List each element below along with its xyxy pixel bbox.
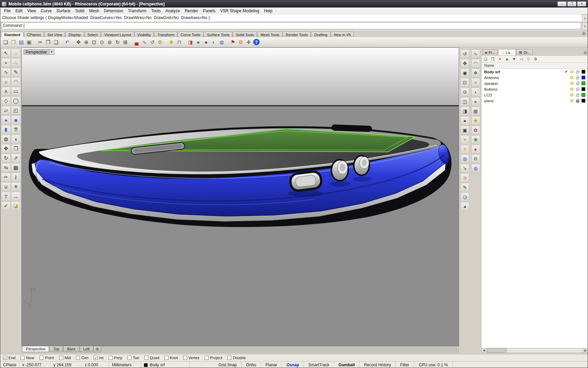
- lasso-select-icon[interactable]: ◌: [11, 49, 20, 58]
- osnap-option[interactable]: Project: [205, 356, 222, 360]
- render-preview-icon[interactable]: ●: [194, 38, 202, 46]
- extrude-icon[interactable]: ⇈: [11, 125, 20, 134]
- osnap-option[interactable]: End: [3, 356, 15, 360]
- toolbar-tab[interactable]: Select: [84, 32, 101, 37]
- osnap-option[interactable]: Cen: [76, 356, 88, 360]
- camera-icon[interactable]: ▣: [460, 126, 469, 135]
- osnap-option[interactable]: Mid: [59, 356, 71, 360]
- layer-visibility-toggle[interactable]: [569, 82, 575, 85]
- vsr-match-icon[interactable]: ≈: [471, 78, 480, 87]
- point-icon[interactable]: •: [1, 58, 11, 67]
- menu-item[interactable]: Transform: [126, 8, 149, 14]
- menu-item[interactable]: File: [2, 8, 13, 14]
- panel-options-gear-icon[interactable]: ⚙: [583, 50, 587, 55]
- pan-hand-icon[interactable]: ✥: [75, 38, 82, 46]
- view-zoom-extents-icon[interactable]: ⊙: [460, 88, 469, 96]
- menu-item[interactable]: Mesh: [87, 8, 101, 14]
- toolbar-tab[interactable]: Curve Tools: [178, 32, 203, 37]
- vsr-fillet-icon[interactable]: ◗: [471, 88, 480, 96]
- viewport-tab[interactable]: Top: [49, 346, 63, 352]
- viewport-tab[interactable]: Perspective: [22, 346, 49, 352]
- toolbar-tab[interactable]: Display: [65, 32, 84, 37]
- trim-icon[interactable]: ✂: [1, 173, 11, 182]
- settings-gears-icon[interactable]: ⚙: [237, 38, 245, 46]
- polygon-icon[interactable]: ◇: [1, 96, 11, 105]
- view-zoom-icon[interactable]: ◉: [460, 68, 469, 77]
- vsr-blend-icon[interactable]: ◠: [471, 59, 480, 68]
- zoom-extents-icon[interactable]: ⊙: [98, 38, 106, 46]
- cplane-axes-icon[interactable]: ✛: [245, 38, 252, 46]
- status-toggle[interactable]: Ortho: [242, 362, 261, 368]
- menu-item[interactable]: Tools: [149, 8, 163, 14]
- rectangle-icon[interactable]: ▭: [11, 87, 20, 96]
- car-icon[interactable]: ▄: [133, 38, 141, 46]
- osnap-option[interactable]: Perp: [109, 356, 122, 360]
- command-input[interactable]: Command:: [1, 22, 581, 29]
- sun-icon[interactable]: ☀: [460, 145, 469, 154]
- restore-button[interactable]: ❐: [567, 1, 576, 6]
- active-layer-pane[interactable]: Body srf: [141, 362, 190, 368]
- layer-lock-toggle[interactable]: [575, 87, 581, 91]
- eye-icon[interactable]: ◕: [460, 202, 469, 211]
- scale-icon[interactable]: ⇗: [11, 154, 20, 163]
- layer-visibility-toggle[interactable]: [569, 99, 575, 102]
- zoom-dynamic-icon[interactable]: ⊕: [82, 38, 90, 46]
- circle-icon[interactable]: ○: [1, 77, 11, 86]
- layer-lock-toggle[interactable]: [575, 81, 581, 85]
- box-icon[interactable]: ■: [11, 116, 20, 124]
- checkbox[interactable]: [3, 356, 7, 360]
- grid-table-icon[interactable]: ⊞: [121, 38, 129, 46]
- status-toggle[interactable]: SmartTrack: [304, 362, 334, 368]
- osnap-option[interactable]: Knot: [164, 356, 178, 360]
- side-button-round-2[interactable]: [353, 155, 370, 176]
- osnap-option[interactable]: Quad: [144, 356, 159, 360]
- checkbox[interactable]: [94, 356, 98, 360]
- undo-icon[interactable]: ↶: [63, 38, 71, 46]
- text-icon[interactable]: T: [1, 192, 11, 201]
- new-layer-icon[interactable]: ❏: [483, 56, 489, 62]
- menu-item[interactable]: Help: [262, 8, 275, 14]
- menu-item[interactable]: VSR Shape Modeling: [218, 8, 262, 14]
- checkbox[interactable]: [109, 356, 113, 360]
- menu-item[interactable]: View: [25, 8, 38, 14]
- layer-color-cell[interactable]: [581, 87, 586, 91]
- show-edges-icon[interactable]: ∿: [141, 38, 148, 46]
- toolbar-tab[interactable]: New in V5: [331, 32, 354, 37]
- view-zoom-window-icon[interactable]: ⊡: [460, 78, 469, 87]
- layer-color-cell[interactable]: [581, 99, 586, 103]
- protractor-icon[interactable]: ◶: [460, 193, 469, 201]
- toolbar-tab[interactable]: Standard: [1, 32, 23, 37]
- checkbox[interactable]: [227, 356, 231, 360]
- display-mode-icon[interactable]: ◨: [460, 107, 469, 116]
- toolbar-tab[interactable]: Set View: [44, 32, 65, 37]
- toolbar-tab[interactable]: CPlanes: [24, 32, 44, 37]
- toolbar-tab[interactable]: Drafting: [311, 32, 330, 37]
- new-viewport-tab-icon[interactable]: ⊞: [94, 346, 101, 352]
- vsr-gear-icon[interactable]: ⚙: [471, 154, 480, 163]
- vsr-curve-icon[interactable]: ∿: [471, 49, 480, 58]
- paste-icon[interactable]: ❑: [52, 38, 60, 46]
- layer-visibility-toggle[interactable]: [569, 88, 575, 91]
- checkbox[interactable]: [127, 356, 131, 360]
- osnap-option[interactable]: Disable: [227, 356, 246, 360]
- status-toggle[interactable]: Planar: [261, 362, 282, 368]
- toolbar-options-gear-icon[interactable]: ⚙: [582, 31, 586, 36]
- rotate-cplane-icon[interactable]: ↺: [148, 38, 156, 46]
- vsr-flower-icon[interactable]: ✿: [471, 126, 480, 135]
- curve-icon[interactable]: ∿: [1, 68, 11, 77]
- toolbar-tab[interactable]: Surface Tools: [204, 32, 232, 37]
- scroll-left-button[interactable]: ◀: [481, 348, 487, 353]
- menu-item[interactable]: Analyze: [163, 8, 182, 14]
- sketch-icon[interactable]: ✎: [11, 68, 20, 77]
- dimension-icon[interactable]: ↔: [11, 192, 20, 201]
- ghosted-viewport-icon[interactable]: ◐: [210, 38, 218, 46]
- layer-color-cell[interactable]: [581, 76, 586, 79]
- status-toggle[interactable]: Grid Snap: [214, 362, 242, 368]
- split-icon[interactable]: ∤: [11, 173, 20, 182]
- cplane-menu[interactable]: CPlane: [0, 362, 19, 368]
- check-icon[interactable]: ✔: [1, 201, 11, 210]
- scrollbar-track[interactable]: [507, 348, 583, 353]
- arrow-tool-icon[interactable]: ➘: [460, 164, 469, 173]
- layers-horizontal-scrollbar[interactable]: ◀ ▶: [481, 348, 588, 353]
- checkbox[interactable]: [59, 356, 63, 360]
